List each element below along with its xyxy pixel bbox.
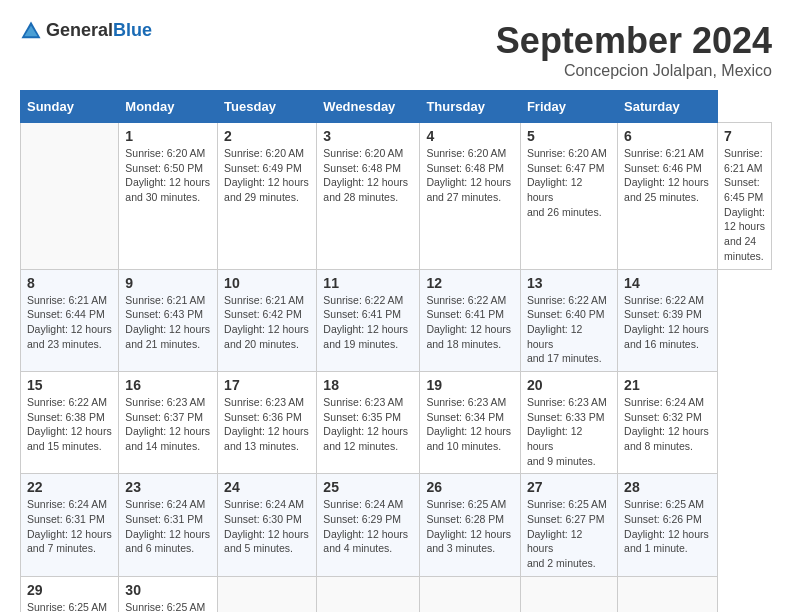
column-header-sunday: Sunday (21, 91, 119, 123)
column-header-tuesday: Tuesday (218, 91, 317, 123)
empty-cell (218, 576, 317, 612)
month-title: September 2024 (496, 20, 772, 62)
column-header-wednesday: Wednesday (317, 91, 420, 123)
empty-cell (317, 576, 420, 612)
empty-cell (618, 576, 718, 612)
calendar-day-2: 2Sunrise: 6:20 AM Sunset: 6:49 PM Daylig… (218, 123, 317, 270)
calendar-day-6: 6Sunrise: 6:21 AM Sunset: 6:46 PM Daylig… (618, 123, 718, 270)
column-header-thursday: Thursday (420, 91, 521, 123)
calendar-day-3: 3Sunrise: 6:20 AM Sunset: 6:48 PM Daylig… (317, 123, 420, 270)
calendar-day-8: 8Sunrise: 6:21 AM Sunset: 6:44 PM Daylig… (21, 269, 119, 371)
logo: GeneralBlue (20, 20, 152, 42)
location-title: Concepcion Jolalpan, Mexico (496, 62, 772, 80)
calendar-day-12: 12Sunrise: 6:22 AM Sunset: 6:41 PM Dayli… (420, 269, 521, 371)
calendar-day-29: 29Sunrise: 6:25 AM Sunset: 6:25 PM Dayli… (21, 576, 119, 612)
page-header: GeneralBlue September 2024 Concepcion Jo… (20, 20, 772, 80)
logo-general: GeneralBlue (46, 21, 152, 41)
calendar-week-5: 29Sunrise: 6:25 AM Sunset: 6:25 PM Dayli… (21, 576, 772, 612)
column-header-friday: Friday (520, 91, 617, 123)
empty-cell (520, 576, 617, 612)
calendar-day-16: 16Sunrise: 6:23 AM Sunset: 6:37 PM Dayli… (119, 371, 218, 473)
calendar-day-4: 4Sunrise: 6:20 AM Sunset: 6:48 PM Daylig… (420, 123, 521, 270)
calendar-day-1: 1Sunrise: 6:20 AM Sunset: 6:50 PM Daylig… (119, 123, 218, 270)
calendar-header-row: SundayMondayTuesdayWednesdayThursdayFrid… (21, 91, 772, 123)
calendar-day-17: 17Sunrise: 6:23 AM Sunset: 6:36 PM Dayli… (218, 371, 317, 473)
calendar-week-2: 8Sunrise: 6:21 AM Sunset: 6:44 PM Daylig… (21, 269, 772, 371)
calendar-day-25: 25Sunrise: 6:24 AM Sunset: 6:29 PM Dayli… (317, 474, 420, 576)
calendar-day-13: 13Sunrise: 6:22 AM Sunset: 6:40 PM Dayli… (520, 269, 617, 371)
calendar-day-28: 28Sunrise: 6:25 AM Sunset: 6:26 PM Dayli… (618, 474, 718, 576)
calendar-day-10: 10Sunrise: 6:21 AM Sunset: 6:42 PM Dayli… (218, 269, 317, 371)
calendar-table: SundayMondayTuesdayWednesdayThursdayFrid… (20, 90, 772, 612)
calendar-day-30: 30Sunrise: 6:25 AM Sunset: 6:24 PM Dayli… (119, 576, 218, 612)
column-header-saturday: Saturday (618, 91, 718, 123)
calendar-week-4: 22Sunrise: 6:24 AM Sunset: 6:31 PM Dayli… (21, 474, 772, 576)
calendar-day-9: 9Sunrise: 6:21 AM Sunset: 6:43 PM Daylig… (119, 269, 218, 371)
calendar-day-23: 23Sunrise: 6:24 AM Sunset: 6:31 PM Dayli… (119, 474, 218, 576)
empty-cell (420, 576, 521, 612)
calendar-day-5: 5Sunrise: 6:20 AM Sunset: 6:47 PM Daylig… (520, 123, 617, 270)
column-header-monday: Monday (119, 91, 218, 123)
calendar-day-18: 18Sunrise: 6:23 AM Sunset: 6:35 PM Dayli… (317, 371, 420, 473)
logo-icon (20, 20, 42, 42)
calendar-day-26: 26Sunrise: 6:25 AM Sunset: 6:28 PM Dayli… (420, 474, 521, 576)
title-section: September 2024 Concepcion Jolalpan, Mexi… (496, 20, 772, 80)
calendar-week-3: 15Sunrise: 6:22 AM Sunset: 6:38 PM Dayli… (21, 371, 772, 473)
calendar-day-21: 21Sunrise: 6:24 AM Sunset: 6:32 PM Dayli… (618, 371, 718, 473)
calendar-day-11: 11Sunrise: 6:22 AM Sunset: 6:41 PM Dayli… (317, 269, 420, 371)
calendar-week-1: 1Sunrise: 6:20 AM Sunset: 6:50 PM Daylig… (21, 123, 772, 270)
calendar-day-7: 7Sunrise: 6:21 AM Sunset: 6:45 PM Daylig… (718, 123, 772, 270)
calendar-day-22: 22Sunrise: 6:24 AM Sunset: 6:31 PM Dayli… (21, 474, 119, 576)
calendar-day-15: 15Sunrise: 6:22 AM Sunset: 6:38 PM Dayli… (21, 371, 119, 473)
calendar-day-27: 27Sunrise: 6:25 AM Sunset: 6:27 PM Dayli… (520, 474, 617, 576)
empty-cell (21, 123, 119, 270)
calendar-day-24: 24Sunrise: 6:24 AM Sunset: 6:30 PM Dayli… (218, 474, 317, 576)
calendar-day-19: 19Sunrise: 6:23 AM Sunset: 6:34 PM Dayli… (420, 371, 521, 473)
calendar-day-20: 20Sunrise: 6:23 AM Sunset: 6:33 PM Dayli… (520, 371, 617, 473)
calendar-day-14: 14Sunrise: 6:22 AM Sunset: 6:39 PM Dayli… (618, 269, 718, 371)
